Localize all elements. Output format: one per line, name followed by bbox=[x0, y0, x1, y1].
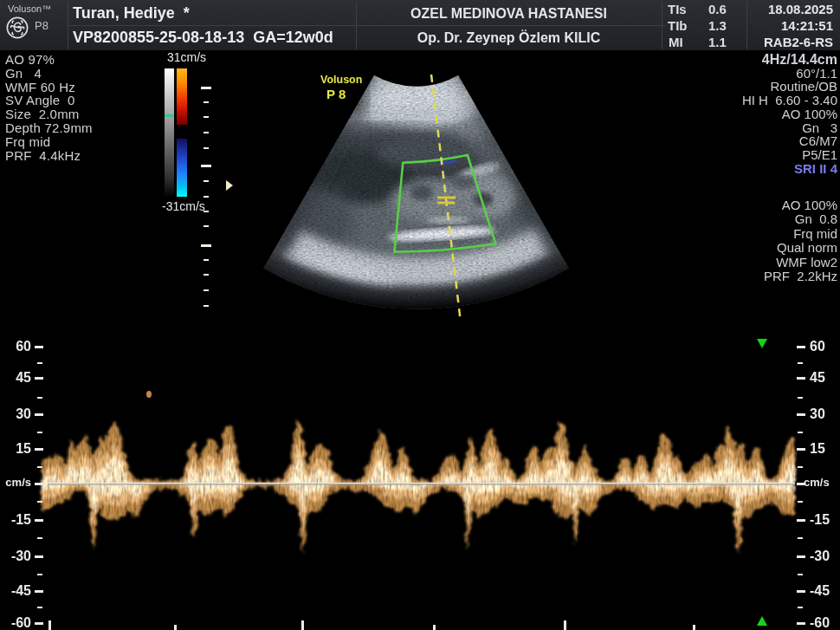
svg-text:P 8: P 8 bbox=[326, 87, 346, 101]
svg-text:Voluson: Voluson bbox=[320, 74, 362, 86]
